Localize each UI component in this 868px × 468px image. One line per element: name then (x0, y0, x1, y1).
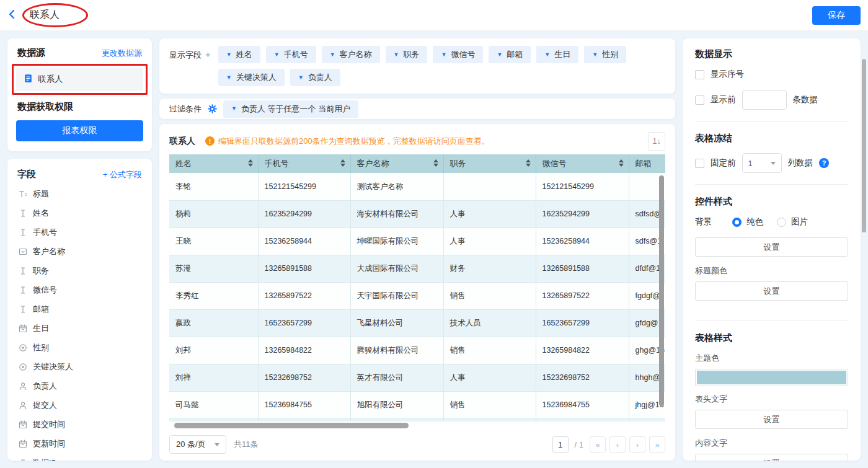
field-item[interactable]: 数据ID (15, 453, 144, 461)
column-header-label: 手机号 (265, 159, 289, 168)
prev-page-button[interactable]: ‹ (609, 436, 626, 453)
field-item[interactable]: 性别 (15, 338, 144, 357)
radio-icon (19, 343, 27, 352)
field-item-label: 职务 (33, 265, 49, 276)
display-field-chip[interactable]: ▼ 手机号 (266, 46, 316, 63)
sort-arrows-icon[interactable] (433, 159, 438, 167)
column-header[interactable]: 姓名 (169, 154, 258, 173)
chip-label: 关键决策人 (236, 72, 277, 83)
table-row[interactable]: 刘禅15232698752英才有限公司人事15232698752hhgh@ (169, 364, 665, 391)
field-item-label: 数据ID (33, 457, 57, 461)
gear-icon[interactable] (208, 104, 217, 113)
image-radio[interactable] (777, 218, 786, 227)
caret-down-icon: ▼ (231, 106, 237, 112)
text-icon (19, 459, 27, 461)
caret-down-icon: ▼ (544, 52, 550, 58)
field-item[interactable]: 负责人 (15, 376, 144, 395)
freeze-suffix: 列数据 (788, 157, 813, 169)
column-header[interactable]: 客户名称 (350, 154, 443, 173)
column-header[interactable]: 邮箱 (629, 154, 665, 173)
table-vertical-scrollbar[interactable] (659, 174, 665, 422)
sort-arrows-icon[interactable] (619, 159, 624, 167)
change-datasource-link[interactable]: 更改数据源 (102, 48, 142, 59)
table-cell: 16523657299 (536, 309, 629, 337)
page-scrollbar[interactable] (862, 59, 866, 232)
column-header[interactable]: 微信号 (536, 154, 629, 173)
field-item[interactable]: 微信号 (15, 280, 144, 299)
current-page-input[interactable]: 1 (552, 436, 569, 453)
field-item[interactable]: 标题 (15, 184, 144, 203)
calendar-icon (19, 439, 27, 448)
help-icon[interactable]: ? (819, 158, 829, 168)
display-field-chip[interactable]: ▼ 性别 (584, 46, 626, 63)
datasource-item[interactable]: 联系人 (16, 68, 143, 91)
field-item[interactable]: 提交人 (15, 395, 144, 415)
main-area: 数据源 更改数据源 联系人 数据获取权限 报表权限 字段 + 公式字段 (0, 31, 868, 468)
table-row[interactable]: 李秀红13265897522天宇国际有限公司销售13265897522fgdgf… (169, 282, 665, 309)
caret-down-icon: ▼ (226, 52, 232, 58)
field-item-label: 客户名称 (33, 246, 65, 257)
freeze-checkbox[interactable] (695, 159, 704, 168)
content-text-set-button[interactable]: 设置 (695, 454, 848, 461)
display-field-chip[interactable]: ▼ 邮箱 (489, 46, 531, 63)
display-field-chip[interactable]: ▼ 姓名 (218, 46, 260, 63)
field-item[interactable]: 提交时间 (15, 415, 144, 434)
table-row[interactable]: 刘邦13265984822腾骏材料有限公司销售13265984822ghg@16 (169, 337, 665, 364)
show-first-suffix: 条数据 (793, 94, 818, 105)
next-page-button[interactable]: › (629, 436, 645, 453)
display-field-chip[interactable]: ▼ 职务 (386, 46, 428, 63)
display-field-chip[interactable]: ▼ 客户名称 (322, 46, 380, 63)
header-text-set-button[interactable]: 设置 (695, 410, 848, 429)
display-field-chip[interactable]: ▼ 负责人 (290, 69, 340, 86)
field-item[interactable]: 职务 (15, 261, 144, 280)
column-header[interactable]: 手机号 (258, 154, 350, 173)
field-item[interactable]: 生日 (15, 319, 144, 338)
title-color-set-button[interactable]: 设置 (695, 281, 848, 301)
freeze-count-select[interactable]: 1 (742, 153, 782, 173)
display-field-chip[interactable]: ▼ 生日 (536, 46, 578, 63)
show-first-count-input[interactable] (742, 90, 787, 110)
sort-arrows-icon[interactable] (248, 159, 253, 167)
display-field-chip[interactable]: ▼ 微信号 (433, 46, 483, 63)
table-row[interactable]: 王晓15236258944坤曜国际有限公司人事15236258944sdfs@1 (169, 227, 665, 255)
table-row[interactable]: 司马懿15236984755旭阳有限公司销售15236984755jhgj@16 (169, 391, 665, 418)
sort-order-button[interactable]: 1↓ (648, 132, 665, 151)
table-row[interactable]: 杨莉16235294299海安材料有限公司人事16235294299sdfsd@ (169, 200, 665, 227)
background-set-button[interactable]: 设置 (695, 237, 848, 257)
field-item[interactable]: 手机号 (15, 223, 144, 242)
table-row[interactable] (169, 418, 665, 422)
solid-color-radio[interactable] (732, 218, 742, 227)
sort-arrows-icon[interactable] (526, 159, 531, 167)
theme-color-swatch[interactable] (695, 369, 848, 386)
first-page-button[interactable]: « (590, 436, 606, 453)
field-item-label: 微信号 (33, 285, 57, 296)
show-first-checkbox[interactable] (695, 95, 704, 105)
add-display-field-button[interactable]: + (205, 49, 211, 60)
last-page-button[interactable]: » (649, 436, 665, 453)
field-item[interactable]: 姓名 (15, 203, 144, 223)
field-item[interactable]: 客户名称 (15, 242, 144, 261)
calendar-icon (19, 420, 27, 429)
report-permission-button[interactable]: 报表权限 (16, 120, 143, 141)
column-header[interactable]: 职务 (443, 154, 536, 173)
table-cell: 技术人员 (443, 309, 536, 337)
sort-arrows-icon[interactable] (340, 159, 345, 167)
display-field-chip[interactable]: ▼ 关键决策人 (218, 69, 285, 86)
field-item-label: 标题 (33, 188, 49, 200)
chevron-down-icon (215, 443, 219, 446)
table-row[interactable]: 李铭152121545299测试客户名称152121545299 (169, 173, 665, 200)
chevron-left-icon (7, 9, 16, 21)
save-button[interactable]: 保存 (812, 6, 861, 25)
page-size-select[interactable]: 20 条/页 (169, 435, 226, 454)
caret-down-icon: ▼ (592, 52, 598, 58)
field-item[interactable]: 更新时间 (15, 434, 144, 453)
table-row[interactable]: 苏漫13265891588大成国际有限公司财务13265891588dfdf@1 (169, 255, 665, 282)
table-horizontal-scrollbar[interactable] (169, 423, 665, 429)
field-item[interactable]: 邮箱 (15, 299, 144, 319)
back-button[interactable] (7, 9, 16, 21)
filter-condition-chip[interactable]: ▼ 负责人 等于任意一个 当前用户 (223, 100, 358, 118)
field-item[interactable]: 关键决策人 (15, 357, 144, 376)
table-row[interactable]: 嬴政16523657299飞星材料公司技术人员16523657299gfdg@1 (169, 309, 665, 337)
show-index-checkbox[interactable] (695, 70, 704, 79)
add-formula-field-link[interactable]: + 公式字段 (103, 169, 142, 180)
